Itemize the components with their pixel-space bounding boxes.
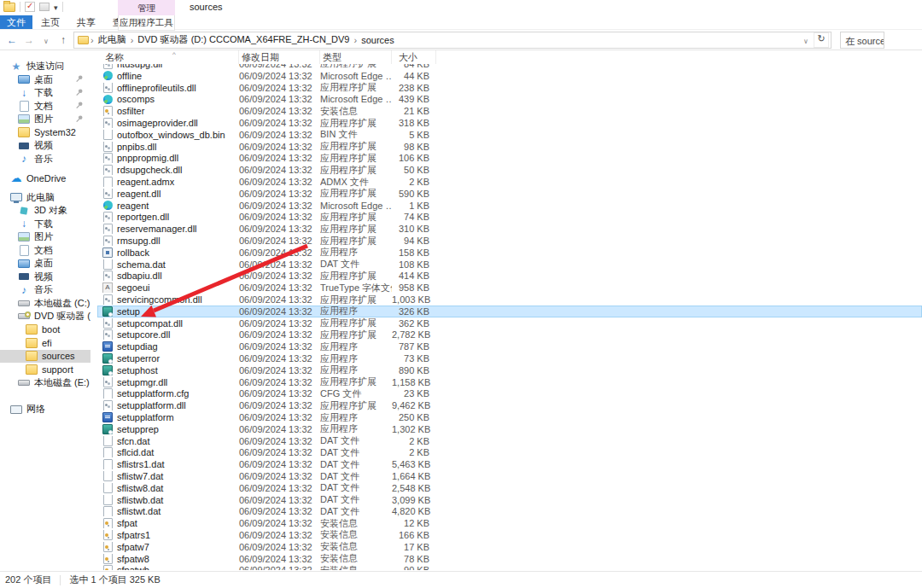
file-row-sfpatrs1[interactable]: sfpatrs106/09/2024 13:32安装信息166 KB	[97, 529, 922, 541]
sidebar-item-onedrive[interactable]: OneDrive	[0, 172, 90, 185]
file-row-reagent-admx[interactable]: reagent.admx06/09/2024 13:32ADMX 文件2 KB	[97, 176, 922, 188]
sidebar-item-efi[interactable]: efi	[0, 336, 90, 350]
column-header-row: 名称 修改日期 类型 大小	[97, 50, 922, 64]
forward-icon[interactable]	[22, 34, 36, 46]
file-row-segoeui[interactable]: segoeui06/09/2024 13:32TrueType 字体文件958 …	[97, 282, 922, 294]
file-row-osimageprovider-dll[interactable]: osimageprovider.dll06/09/2024 13:32应用程序扩…	[97, 117, 922, 129]
column-header-type[interactable]: 类型	[320, 50, 392, 64]
file-row-servicingcommon-dll[interactable]: servicingcommon.dll06/09/2024 13:32应用程序扩…	[97, 294, 922, 306]
sidebar-item-local-disk-c[interactable]: 本地磁盘 (C:)	[0, 297, 90, 311]
file-row-setupplatform-dll[interactable]: setupplatform.dll06/09/2024 13:32应用程序扩展9…	[97, 399, 922, 411]
sidebar-item-documents-pc[interactable]: 文档	[0, 244, 90, 258]
qat-customize-chevron-icon[interactable]	[54, 2, 58, 12]
file-row-reservemanager-dll[interactable]: reservemanager.dll06/09/2024 13:32应用程序扩展…	[97, 223, 922, 235]
sidebar-item-support[interactable]: support	[0, 363, 90, 376]
tab-share[interactable]: 共享	[68, 15, 104, 29]
file-row-setup[interactable]: setup06/09/2024 13:32应用程序326 KB	[97, 306, 922, 317]
file-row-offlineprofileutils-dll[interactable]: offlineprofileutils.dll06/09/2024 13:32应…	[97, 82, 922, 94]
sidebar-item-desktop-pc[interactable]: 桌面	[0, 257, 90, 271]
recent-locations-chevron-icon[interactable]	[39, 34, 53, 46]
file-row-rollback[interactable]: rollback06/09/2024 13:32应用程序158 KB	[97, 247, 922, 259]
date-modified-cell: 06/09/2024 13:32	[239, 483, 320, 493]
file-row-pnpibs-dll[interactable]: pnpibs.dll06/09/2024 13:32应用程序扩展98 KB	[97, 141, 922, 153]
name-cell: outofbox_windows_db.bin	[102, 130, 239, 140]
file-row-sfpatwb[interactable]: sfpatwb06/09/2024 13:32安装信息90 KB	[97, 564, 922, 570]
file-row-sfcn-dat[interactable]: sfcn.dat06/09/2024 13:32DAT 文件2 KB	[97, 435, 922, 447]
sidebar-item-sources[interactable]: sources	[0, 350, 90, 364]
sidebar-item-music-pc[interactable]: 音乐	[0, 283, 90, 297]
column-header-name[interactable]: 名称	[102, 50, 239, 64]
file-row-sflcid-dat[interactable]: sflcid.dat06/09/2024 13:32DAT 文件2 KB	[97, 447, 922, 459]
sidebar-item-downloads-pc[interactable]: 下载	[0, 218, 90, 231]
dll-file-icon	[102, 400, 113, 410]
file-row-setuperror[interactable]: setuperror06/09/2024 13:32应用程序73 KB	[97, 352, 922, 364]
file-row-setupdiag[interactable]: setupdiag06/09/2024 13:32应用程序787 KB	[97, 341, 922, 352]
sidebar-item-downloads[interactable]: 下载	[0, 86, 90, 100]
file-row-osfilter[interactable]: osfilter06/09/2024 13:32安装信息21 KB	[97, 105, 922, 117]
properties-icon[interactable]	[25, 2, 35, 12]
search-input[interactable]: 在 source	[840, 32, 884, 49]
file-row-reagent-dll[interactable]: reagent.dll06/09/2024 13:32应用程序扩展590 KB	[97, 188, 922, 200]
sidebar-item-videos-pc[interactable]: 视频	[0, 271, 90, 284]
sidebar-item-pictures[interactable]: 图片	[0, 113, 90, 126]
sidebar-item-videos[interactable]: 视频	[0, 139, 90, 153]
file-row-setuphost[interactable]: setuphost06/09/2024 13:32应用程序890 KB	[97, 364, 922, 376]
file-row-schema-dat[interactable]: schema.dat06/09/2024 13:32DAT 文件108 KB	[97, 259, 922, 271]
column-header-size[interactable]: 大小	[392, 50, 436, 64]
sidebar-item-dvd-drive-d[interactable]: DVD 驱动器 (D:) C	[0, 310, 90, 323]
sidebar-item-this-pc[interactable]: 此电脑	[0, 191, 90, 205]
file-row-pnppropmig-dll[interactable]: pnppropmig.dll06/09/2024 13:32应用程序扩展106 …	[97, 153, 922, 165]
file-row-outofbox-windows-db-bin[interactable]: outofbox_windows_db.bin06/09/2024 13:32B…	[97, 129, 922, 141]
column-header-date-modified[interactable]: 修改日期	[239, 50, 320, 64]
file-row-oscomps[interactable]: oscomps06/09/2024 13:32Microsoft Edge …4…	[97, 94, 922, 106]
file-row-sfpatw7[interactable]: sfpatw706/09/2024 13:32安装信息17 KB	[97, 541, 922, 553]
sidebar-item-local-disk-e[interactable]: 本地磁盘 (E:)	[0, 376, 90, 390]
address-bar[interactable]: 此电脑DVD 驱动器 (D:) CCCOMA_X64FRE_ZH-CN_DV9s…	[73, 32, 832, 49]
refresh-icon[interactable]	[814, 32, 829, 48]
file-row-setupmgr-dll[interactable]: setupmgr.dll06/09/2024 13:32应用程序扩展1,158 …	[97, 376, 922, 388]
file-name: sfpat	[117, 518, 137, 528]
file-row-rmsupg-dll[interactable]: rmsupg.dll06/09/2024 13:32应用程序扩展94 KB	[97, 235, 922, 247]
file-row-reagent[interactable]: reagent06/09/2024 13:32Microsoft Edge …1…	[97, 200, 922, 212]
file-row-sflistrs1-dat[interactable]: sflistrs1.dat06/09/2024 13:32DAT 文件5,463…	[97, 458, 922, 470]
partially-scrolled-row: ntdsupg.dll06/09/2024 13:32应用程序扩展84 KB	[97, 64, 922, 70]
new-folder-icon[interactable]	[39, 3, 50, 11]
explorer-app-icon	[3, 3, 15, 12]
file-row-sflistw8-dat[interactable]: sflistw8.dat06/09/2024 13:32DAT 文件2,548 …	[97, 482, 922, 494]
file-row-setupprep[interactable]: setupprep06/09/2024 13:32应用程序1,302 KB	[97, 423, 922, 435]
sidebar-item-documents[interactable]: 文档	[0, 100, 90, 114]
file-row-offline[interactable]: offline06/09/2024 13:32Microsoft Edge …4…	[97, 70, 922, 82]
file-row-sflistwt-dat[interactable]: sflistwt.dat06/09/2024 13:32DAT 文件4,820 …	[97, 505, 922, 517]
file-row-sflistw7-dat[interactable]: sflistw7.dat06/09/2024 13:32DAT 文件1,664 …	[97, 470, 922, 482]
file-row-sfpatw8[interactable]: sfpatw806/09/2024 13:32安装信息78 KB	[97, 553, 922, 565]
file-row-setupcore-dll[interactable]: setupcore.dll06/09/2024 13:32应用程序扩展2,782…	[97, 329, 922, 341]
file-row-rdsupgcheck-dll[interactable]: rdsupgcheck.dll06/09/2024 13:32应用程序扩展50 …	[97, 164, 922, 176]
sidebar-item-boot[interactable]: boot	[0, 323, 90, 337]
file-row-sfpat[interactable]: sfpat06/09/2024 13:32安装信息12 KB	[97, 517, 922, 529]
breadcrumb-item-1[interactable]: DVD 驱动器 (D:) CCCOMA_X64FRE_ZH-CN_DV9	[133, 33, 353, 46]
file-row-setupplatform[interactable]: setupplatform06/09/2024 13:32应用程序250 KB	[97, 411, 922, 423]
sidebar-item-network[interactable]: 网络	[0, 403, 90, 416]
tab-app-tools[interactable]: 应用程序工具	[118, 15, 175, 31]
sidebar-item-music[interactable]: 音乐	[0, 153, 90, 166]
file-row-sdbapiu-dll[interactable]: sdbapiu.dll06/09/2024 13:32应用程序扩展414 KB	[97, 271, 922, 282]
size-cell: 2,548 KB	[392, 483, 436, 493]
back-icon[interactable]	[5, 34, 19, 46]
file-row-reportgen-dll[interactable]: reportgen.dll06/09/2024 13:32应用程序扩展74 KB	[97, 212, 922, 224]
sidebar-item-desktop[interactable]: 桌面	[0, 73, 90, 87]
sidebar-item-pictures-pc[interactable]: 图片	[0, 230, 90, 244]
address-dropdown-icon[interactable]	[800, 35, 812, 45]
file-row-sflistwb-dat[interactable]: sflistwb.dat06/09/2024 13:32DAT 文件3,099 …	[97, 494, 922, 506]
sidebar-item-system32[interactable]: System32	[0, 126, 90, 140]
tab-file[interactable]: 文件	[0, 15, 32, 29]
file-file-icon	[102, 495, 113, 505]
file-row-setupcompat-dll[interactable]: setupcompat.dll06/09/2024 13:32应用程序扩展362…	[97, 317, 922, 329]
sidebar-item-quick-access[interactable]: 快速访问	[0, 60, 90, 73]
tab-home[interactable]: 主页	[32, 15, 68, 29]
breadcrumb-item-2[interactable]: sources	[357, 35, 399, 45]
file-row-ntdsupg-dll[interactable]: ntdsupg.dll06/09/2024 13:32应用程序扩展84 KB	[97, 64, 922, 70]
breadcrumb-item-0[interactable]: 此电脑	[94, 33, 131, 46]
sidebar-item-3d-objects[interactable]: 3D 对象	[0, 204, 90, 218]
file-row-setupplatform-cfg[interactable]: setupplatform.cfg06/09/2024 13:32CFG 文件2…	[97, 388, 922, 400]
up-icon[interactable]	[56, 34, 70, 46]
